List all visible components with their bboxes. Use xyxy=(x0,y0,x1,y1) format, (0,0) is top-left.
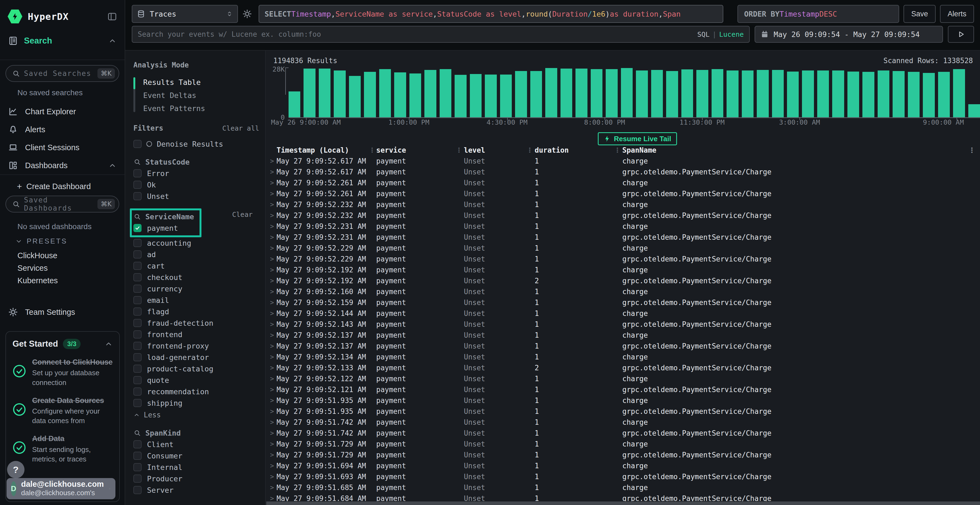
table-row[interactable]: > May 27 9:09:52.192 AM payment Unset 1 … xyxy=(269,264,978,275)
filter-checkbox-item[interactable]: Server xyxy=(134,484,259,496)
source-select[interactable]: Traces xyxy=(132,5,238,23)
histogram-bar[interactable] xyxy=(666,71,678,117)
column-resizer-icon[interactable]: ⋮ xyxy=(368,146,376,154)
filter-checkbox-item[interactable]: ad xyxy=(134,249,259,260)
table-row[interactable]: > May 27 9:09:52.232 AM payment Unset 1 … xyxy=(269,199,978,210)
filter-checkbox-item[interactable]: payment xyxy=(134,222,194,234)
column-header-duration[interactable]: duration xyxy=(535,146,612,154)
row-expand-chevron-icon[interactable]: > xyxy=(269,255,277,263)
histogram-bar[interactable] xyxy=(334,70,345,117)
histogram-bar[interactable] xyxy=(848,71,859,117)
histogram-bar[interactable] xyxy=(953,69,965,118)
filter-checkbox-item[interactable]: Client xyxy=(134,438,259,450)
row-expand-chevron-icon[interactable]: > xyxy=(269,364,277,372)
histogram-bar[interactable] xyxy=(621,68,633,117)
filter-checkbox-item[interactable]: Producer xyxy=(134,473,259,484)
show-less-toggle[interactable]: Less xyxy=(134,409,259,421)
row-expand-chevron-icon[interactable]: > xyxy=(269,288,277,295)
filter-checkbox-item[interactable]: currency xyxy=(134,283,259,294)
table-row[interactable]: > May 27 9:09:52.229 AM payment Unset 1 … xyxy=(269,254,978,264)
select-clause-input[interactable]: SELECT Timestamp, ServiceName as service… xyxy=(259,5,723,23)
histogram-bar[interactable] xyxy=(576,68,587,117)
save-button[interactable]: Save xyxy=(904,5,935,23)
histogram-bar[interactable] xyxy=(500,75,512,117)
filter-group-header[interactable]: ServiceName xyxy=(134,211,194,222)
row-expand-chevron-icon[interactable]: > xyxy=(269,386,277,394)
filter-checkbox-item[interactable]: checkout xyxy=(134,272,259,283)
histogram-bar[interactable] xyxy=(636,70,648,117)
saved-dashboards-input[interactable]: Saved Dashboards ⌘K xyxy=(5,195,119,213)
table-row[interactable]: > May 27 9:09:52.159 AM payment Unset 1 … xyxy=(269,297,978,308)
table-row[interactable]: > May 27 9:09:51.729 AM payment Unset 1 … xyxy=(269,449,978,461)
histogram-bar[interactable] xyxy=(908,72,920,117)
column-header-service[interactable]: service xyxy=(376,146,454,154)
histogram-bar[interactable] xyxy=(696,70,708,117)
row-expand-chevron-icon[interactable]: > xyxy=(269,245,277,252)
table-row[interactable]: > May 27 9:09:52.133 AM payment Unset 2 … xyxy=(269,362,978,373)
filter-checkbox-item[interactable]: Internal xyxy=(134,462,259,473)
filter-checkbox-item[interactable]: Unset xyxy=(134,191,259,202)
histogram-bar[interactable] xyxy=(878,70,889,117)
row-expand-chevron-icon[interactable]: > xyxy=(269,266,277,274)
row-expand-chevron-icon[interactable]: > xyxy=(269,495,277,501)
table-row[interactable]: > May 27 9:09:52.231 AM payment Unset 1 … xyxy=(269,221,978,232)
filter-checkbox-item[interactable]: quote xyxy=(134,375,259,386)
histogram-bar[interactable] xyxy=(862,72,874,117)
histogram-bar[interactable] xyxy=(319,68,331,117)
chevron-up-icon[interactable] xyxy=(105,340,113,348)
table-row[interactable]: > May 27 9:09:52.261 AM payment Unset 1 … xyxy=(269,178,978,188)
histogram-bar[interactable] xyxy=(349,76,361,117)
sidebar-item-chart-explorer[interactable]: Chart Explorer xyxy=(0,103,125,121)
histogram-bar[interactable] xyxy=(651,70,663,117)
table-row[interactable]: > May 27 9:09:52.143 AM payment Unset 1 … xyxy=(269,319,978,330)
column-resizer-icon[interactable]: ⋮ xyxy=(454,146,464,154)
row-expand-chevron-icon[interactable]: > xyxy=(269,233,277,241)
histogram-bar[interactable] xyxy=(440,69,451,118)
horizontal-scrollbar[interactable] xyxy=(266,502,980,505)
histogram-bar[interactable] xyxy=(923,73,935,117)
presets-toggle[interactable]: PRESETS xyxy=(15,237,125,245)
filter-checkbox-item[interactable]: frontend xyxy=(134,329,259,340)
column-resizer-icon[interactable]: ⋮ xyxy=(525,146,535,154)
resume-live-tail-button[interactable]: Resume Live Tail xyxy=(598,132,677,145)
collapse-sidebar-icon[interactable] xyxy=(107,12,117,22)
table-row[interactable]: > May 27 9:09:51.693 AM payment Unset 1 … xyxy=(269,471,978,482)
histogram-bar[interactable] xyxy=(288,91,300,117)
filter-checkbox-item[interactable]: Ok xyxy=(134,179,259,191)
histogram-bar[interactable] xyxy=(787,71,799,117)
user-menu[interactable]: D dale@clickhouse.com dale@clickhouse.co… xyxy=(6,478,115,499)
table-row[interactable]: > May 27 9:09:52.134 AM payment Unset 1 … xyxy=(269,351,978,362)
histogram-bar[interactable] xyxy=(757,70,768,117)
histogram-bar[interactable] xyxy=(304,68,315,117)
filter-checkbox-item[interactable]: cart xyxy=(134,260,259,272)
table-row[interactable]: > May 27 9:09:52.229 AM payment Unset 1 … xyxy=(269,243,978,254)
results-histogram[interactable]: 28K 0 May 26 9:00:00 AM1:00:00 PM4:30:00… xyxy=(273,67,980,126)
histogram-bar[interactable] xyxy=(968,104,980,117)
table-row[interactable]: > May 27 9:09:51.694 AM payment Unset 1 … xyxy=(269,461,978,471)
clear-all-filters-link[interactable]: Clear all xyxy=(223,124,259,132)
table-row[interactable]: > May 27 9:09:52.122 AM payment Unset 1 … xyxy=(269,373,978,384)
histogram-bar[interactable] xyxy=(892,71,904,117)
histogram-bar[interactable] xyxy=(530,71,542,117)
table-row[interactable]: > May 27 9:09:52.121 AM payment Unset 1 … xyxy=(269,384,978,395)
table-options-icon[interactable]: ⋮ xyxy=(966,146,978,154)
row-expand-chevron-icon[interactable]: > xyxy=(269,462,277,470)
filter-checkbox-item[interactable]: shipping xyxy=(134,397,259,409)
histogram-bar[interactable] xyxy=(560,68,572,117)
get-started-step[interactable]: Add Data Start sending logs, metrics, or… xyxy=(13,434,113,464)
filter-checkbox-item[interactable]: flagd xyxy=(134,306,259,317)
histogram-bar[interactable] xyxy=(485,75,496,117)
table-row[interactable]: > May 27 9:09:52.231 AM payment Unset 1 … xyxy=(269,232,978,243)
table-row[interactable]: > May 27 9:09:52.144 AM payment Unset 1 … xyxy=(269,308,978,319)
sidebar-item-search[interactable]: Search xyxy=(0,31,125,50)
column-header-spanname[interactable]: SpanName xyxy=(622,146,966,154)
table-row[interactable]: > May 27 9:09:52.232 AM payment Unset 1 … xyxy=(269,210,978,221)
row-expand-chevron-icon[interactable]: > xyxy=(269,408,277,415)
denoise-results-checkbox[interactable]: Denoise Results xyxy=(134,138,259,150)
histogram-bar[interactable] xyxy=(394,72,406,117)
table-row[interactable]: > May 27 9:09:51.729 AM payment Unset 1 … xyxy=(269,438,978,449)
lang-toggle-lucene[interactable]: Lucene xyxy=(719,30,744,38)
column-header-timestamp[interactable]: Timestamp (Local) xyxy=(277,146,368,154)
mode-results-table[interactable]: Results Table xyxy=(143,76,259,89)
source-settings-gear-icon[interactable] xyxy=(242,9,252,19)
